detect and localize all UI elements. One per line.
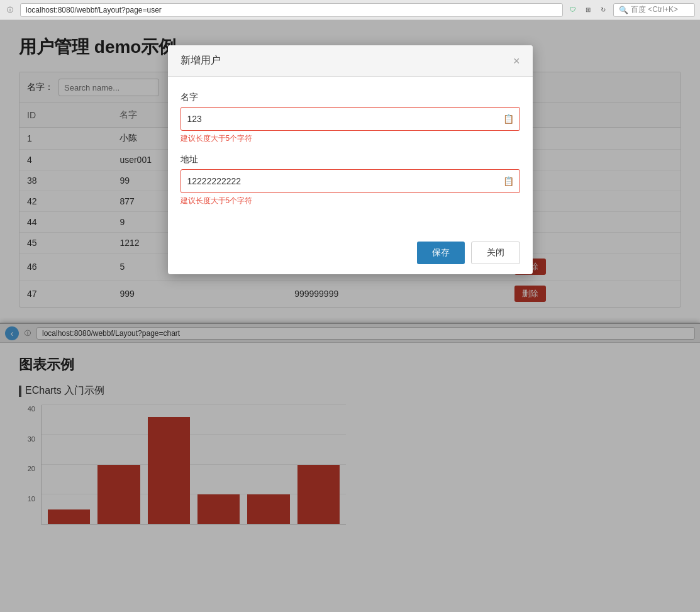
name-input-wrapper: 📋 [181,107,520,131]
address-field-label: 地址 [181,154,520,165]
address-input-icon[interactable]: 📋 [503,176,514,186]
name-input[interactable] [181,107,520,131]
name-error-msg: 建议长度大于5个字符 [181,133,520,144]
address-field-group: 地址 📋 建议长度大于5个字符 [181,154,520,206]
modal-overlay: 新增用户 × 名字 📋 建议长度大于5个字符 地址 📋 建议长度大于5个字符 [0,20,700,612]
name-field-label: 名字 [181,92,520,103]
modal-footer: 保存 关闭 [168,231,533,274]
name-input-icon[interactable]: 📋 [503,114,514,124]
modal-header: 新增用户 × [168,45,533,77]
search-placeholder: 百度 <Ctrl+K> [631,4,678,15]
reload-icon[interactable]: ↻ [598,5,608,15]
address-error-msg: 建议长度大于5个字符 [181,196,520,206]
name-field-group: 名字 📋 建议长度大于5个字符 [181,92,520,144]
site-icon: ⓘ [5,5,15,15]
close-button[interactable]: 关闭 [471,242,520,264]
save-button[interactable]: 保存 [417,242,465,264]
add-user-modal: 新增用户 × 名字 📋 建议长度大于5个字符 地址 📋 建议长度大于5个字符 [168,45,533,274]
search-icon: 🔍 [619,6,628,14]
menu-icon: ⊞ [583,5,593,15]
modal-body: 名字 📋 建议长度大于5个字符 地址 📋 建议长度大于5个字符 [168,77,533,231]
modal-title: 新增用户 [181,54,221,67]
shield-icon: 🛡 [568,5,578,15]
search-bar[interactable]: 🔍 百度 <Ctrl+K> [613,3,695,17]
modal-close-button[interactable]: × [513,55,520,67]
address-input-wrapper: 📋 [181,169,520,193]
browser-chrome: ⓘ localhost:8080/webbf/Layout?page=user … [0,0,700,20]
address-input[interactable] [181,169,520,193]
url-bar[interactable]: localhost:8080/webbf/Layout?page=user [20,3,563,17]
url-text: localhost:8080/webbf/Layout?page=user [26,6,162,14]
